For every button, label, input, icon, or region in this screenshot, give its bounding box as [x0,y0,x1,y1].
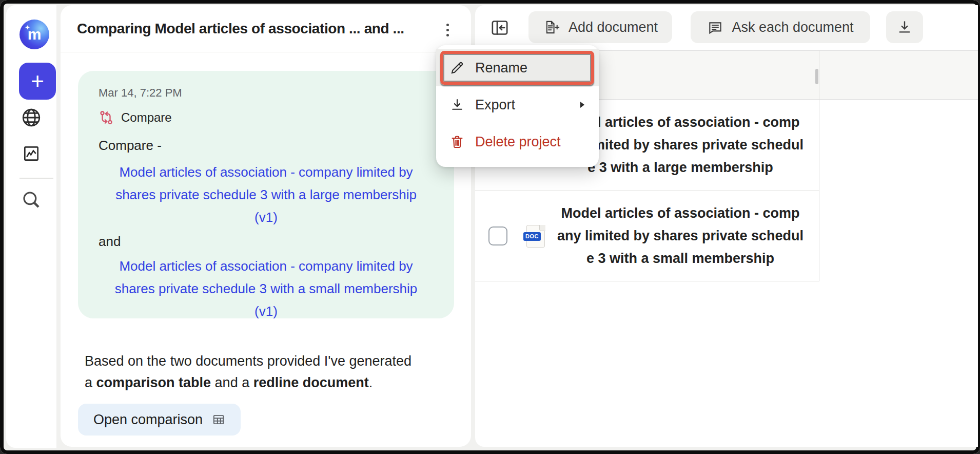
ask-each-document-button[interactable]: Ask each document [691,11,870,43]
connector-text: and [99,234,434,250]
compare-icon [99,110,114,125]
chat-header: Comparing Model articles of association … [61,5,471,52]
search-icon [21,189,42,211]
plus-icon: + [31,68,44,93]
sidebar: ✦ m + [6,5,56,448]
export-label: Export [475,97,515,113]
table-column-divider [819,50,819,281]
trash-icon [449,134,465,149]
doc-file-icon: DOC [526,225,545,248]
rename-label: Rename [475,60,527,76]
new-project-button[interactable]: + [19,63,56,100]
sidebar-item-browse[interactable] [6,107,56,128]
documents-toolbar: Add document Ask each document [475,11,978,43]
add-document-button[interactable]: Add document [528,11,672,43]
open-comparison-button[interactable]: Open comparison [78,404,241,436]
document-link-2[interactable]: Model articles of association - company … [99,255,434,323]
collapse-panel-icon [489,17,512,38]
chat-bubble-icon [707,19,723,35]
app-window: ✦ m + [0,0,980,454]
download-all-button[interactable] [886,11,923,43]
add-document-label: Add document [569,20,658,35]
message-timestamp: Mar 14, 7:22 PM [99,86,434,100]
chat-panel: Comparing Model articles of association … [61,5,471,447]
document-link-1[interactable]: Model articles of association - company … [99,161,434,229]
menu-item-rename[interactable]: Rename [436,49,599,86]
ask-each-document-label: Ask each document [732,20,853,35]
document-row-2[interactable]: DOC Model articles of association - comp… [475,191,819,281]
chart-icon [22,144,41,163]
sidebar-item-search[interactable] [6,189,56,211]
globe-icon [21,107,42,128]
app-logo[interactable]: ✦ m [19,20,49,49]
submenu-caret-icon [578,101,586,109]
document-2-name: Model articles of association - comp any… [554,191,807,281]
table-icon [212,413,225,426]
menu-item-export[interactable]: Export [436,86,599,123]
download-icon [886,19,923,35]
compare-intro: Compare - [99,138,434,154]
project-title: Comparing Model articles of association … [77,21,436,37]
compare-action-row: Compare [99,110,434,125]
logo-sparkle-icon: ✦ [25,24,30,31]
kebab-icon [438,24,457,36]
compare-action-label: Compare [121,110,172,125]
project-menu-popup: Rename Export [436,45,599,167]
collapse-panel-button[interactable] [489,16,512,39]
sidebar-item-analytics[interactable] [6,144,56,163]
menu-item-delete-project[interactable]: Delete project [436,123,599,160]
delete-project-label: Delete project [475,134,561,150]
export-icon [449,97,465,112]
compare-message-card: Mar 14, 7:22 PM Compare Compare - Model [78,71,454,318]
table-scrollbar-thumb[interactable] [815,69,818,84]
add-document-icon [543,18,560,36]
project-menu-button[interactable] [438,20,457,40]
pencil-icon [449,60,465,75]
document-2-checkbox[interactable] [488,226,507,245]
assistant-response: Based on the two documents provided I've… [85,350,459,393]
sidebar-divider [19,178,53,179]
open-comparison-label: Open comparison [93,412,203,428]
